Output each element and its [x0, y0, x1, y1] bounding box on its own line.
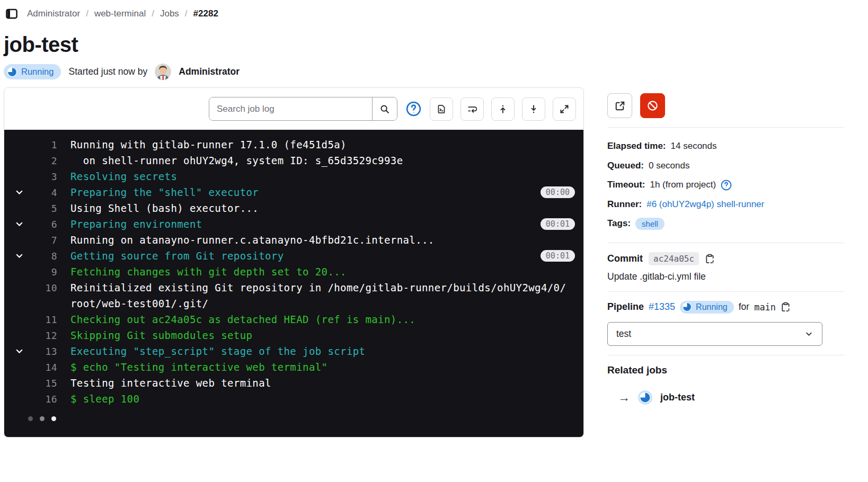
scroll-to-top-button[interactable]: [491, 97, 515, 121]
job-status-row: Running Started just now by Administrato…: [4, 64, 868, 80]
sidebar-divider: [607, 127, 844, 128]
log-line-number[interactable]: 14: [34, 362, 57, 373]
breadcrumb-separator: /: [86, 8, 88, 19]
breadcrumb-item-jobs[interactable]: Jobs: [160, 8, 179, 19]
log-line: 14$ echo "Testing interactive web termin…: [4, 359, 583, 375]
breadcrumb-item-administrator[interactable]: Administrator: [27, 8, 80, 19]
breadcrumb-separator: /: [152, 8, 154, 19]
scroll-to-bottom-button[interactable]: [522, 97, 545, 121]
search-button[interactable]: [372, 97, 397, 120]
commit-sha[interactable]: ac24a05c: [649, 252, 699, 265]
breadcrumb: Administrator / web-terminal / Jobs / #2…: [0, 0, 868, 20]
copy-commit-icon[interactable]: [705, 254, 715, 264]
log-line: 11Checking out ac24a05c as detached HEAD…: [4, 311, 583, 327]
sidebar-divider: [607, 243, 844, 243]
help-icon[interactable]: [406, 101, 421, 117]
related-job-name[interactable]: job-test: [660, 392, 695, 403]
raw-log-button[interactable]: [430, 97, 453, 121]
related-job-running-icon[interactable]: [638, 390, 652, 405]
log-line-number[interactable]: 11: [34, 314, 57, 325]
related-jobs-title: Related jobs: [607, 364, 844, 376]
copy-ref-icon[interactable]: [781, 302, 791, 312]
log-line-number[interactable]: 1: [34, 139, 57, 150]
elapsed-time-label: Elapsed time:: [607, 141, 666, 151]
log-loading-dots: [28, 416, 583, 421]
log-line-number[interactable]: 13: [34, 346, 57, 357]
author-name[interactable]: Administrator: [179, 66, 240, 77]
log-line: 8Getting source from Git repository00:01: [4, 248, 583, 264]
pipeline-status-badge[interactable]: Running: [680, 301, 734, 314]
log-line: 13Executing "step_script" stage of the j…: [4, 343, 583, 359]
pipeline-id-link[interactable]: #1335: [649, 301, 675, 313]
pipeline-label: Pipeline: [607, 301, 644, 313]
queued-label: Queued:: [607, 160, 644, 171]
loading-dot: [51, 416, 56, 421]
log-line-number[interactable]: 4: [34, 187, 57, 198]
log-line-text[interactable]: Preparing the "shell" executor: [57, 186, 534, 198]
detail-queued: Queued: 0 seconds: [607, 156, 844, 176]
runner-link[interactable]: #6 (ohUY2wg4p) shell-runner: [646, 199, 764, 210]
job-log-terminal: 1Running with gitlab-runner 17.1.0 (fe45…: [4, 130, 583, 437]
log-line: 9Fetching changes with git depth set to …: [4, 264, 583, 280]
pipeline-ref: main: [754, 302, 776, 313]
runner-label: Runner:: [607, 199, 642, 210]
timeout-help-icon[interactable]: [721, 180, 732, 191]
commit-message: Update .gitlab-ci.yml file: [607, 271, 844, 282]
log-line-number[interactable]: 5: [34, 203, 57, 214]
search-input[interactable]: [209, 97, 372, 120]
wrap-lines-button[interactable]: [460, 97, 484, 121]
log-line-number[interactable]: 3: [34, 171, 57, 182]
tags-label: Tags:: [607, 218, 631, 229]
sidebar-toggle-icon[interactable]: [5, 7, 18, 20]
log-line-text[interactable]: Resolving secrets: [57, 171, 583, 182]
chevron-down-icon[interactable]: [4, 188, 34, 197]
arrow-right-icon: →: [618, 390, 630, 405]
log-line-number[interactable]: 8: [34, 251, 57, 262]
started-text: Started just now by: [68, 66, 147, 77]
running-status-icon: [683, 302, 692, 311]
log-line-text[interactable]: Executing "step_script" stage of the job…: [57, 345, 583, 357]
log-line: 10Reinitialized existing Git repository …: [4, 280, 583, 296]
chevron-down-icon[interactable]: [4, 252, 34, 261]
running-status-icon: [7, 67, 17, 77]
open-in-new-window-button[interactable]: [607, 93, 632, 118]
log-line-number[interactable]: 10: [34, 282, 57, 293]
breadcrumb-item-project[interactable]: web-terminal: [94, 8, 146, 19]
tag-badge[interactable]: shell: [635, 218, 665, 230]
chevron-down-icon[interactable]: [4, 220, 34, 229]
log-line-text: Fetching changes with git depth set to 2…: [57, 266, 583, 278]
stage-select-value: test: [616, 328, 631, 340]
loading-dot: [28, 416, 33, 421]
detail-timeout: Timeout: 1h (from project): [607, 175, 844, 195]
log-line-number[interactable]: 6: [34, 219, 57, 230]
chevron-down-icon[interactable]: [4, 347, 34, 356]
log-line-number[interactable]: 2: [34, 155, 57, 166]
fullscreen-icon: [560, 104, 569, 114]
cancel-job-button[interactable]: [640, 93, 665, 118]
commit-row: Commit ac24a05c: [607, 252, 844, 265]
search-group: [209, 97, 397, 121]
stage-select[interactable]: test: [607, 322, 822, 346]
log-line-number[interactable]: 7: [34, 235, 57, 246]
avatar[interactable]: [155, 64, 171, 80]
log-line-number[interactable]: 9: [34, 266, 57, 278]
cancel-icon: [647, 100, 658, 111]
sidebar-divider: [607, 355, 844, 355]
loading-dot: [40, 416, 45, 421]
detail-tags: Tags: shell: [607, 214, 844, 234]
log-line-text: Skipping Git submodules setup: [57, 329, 583, 341]
log-line-number[interactable]: 16: [34, 394, 57, 405]
detail-runner: Runner: #6 (ohUY2wg4p) shell-runner: [607, 195, 844, 215]
fullscreen-button[interactable]: [553, 97, 576, 121]
breadcrumb-item-job-id: #2282: [193, 8, 218, 19]
log-line-number[interactable]: 15: [34, 378, 57, 389]
log-line-text[interactable]: Preparing environment: [57, 218, 534, 230]
log-duration-badge: 00:00: [541, 186, 575, 198]
status-badge-label: Running: [21, 67, 54, 77]
main-content: 1Running with gitlab-runner 17.1.0 (fe45…: [0, 87, 868, 438]
scroll-top-icon: [498, 104, 508, 114]
log-line-text[interactable]: Getting source from Git repository: [57, 250, 534, 262]
commit-label: Commit: [607, 253, 643, 264]
status-badge[interactable]: Running: [4, 64, 61, 79]
log-line-number[interactable]: 12: [34, 330, 57, 341]
